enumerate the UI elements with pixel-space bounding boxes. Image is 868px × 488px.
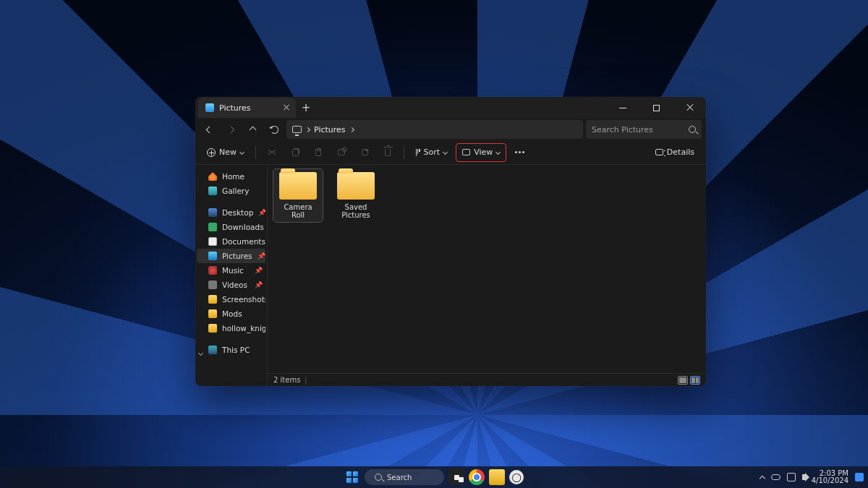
sidebar-item-music[interactable]: Music📌 — [197, 263, 265, 278]
new-tab-button[interactable]: + — [296, 101, 316, 114]
divider — [404, 146, 404, 159]
this-pc-icon — [208, 346, 217, 354]
back-button[interactable] — [200, 120, 218, 139]
close-icon — [686, 104, 693, 111]
window-tab-pictures[interactable]: Pictures — [198, 98, 296, 118]
reload-icon — [271, 126, 278, 134]
pictures-icon — [208, 252, 217, 260]
plus-circle-icon — [207, 148, 216, 157]
pictures-icon — [205, 103, 214, 112]
item-count: 2 items — [273, 376, 300, 384]
folder-grid[interactable]: Camera Roll Saved Pictures — [268, 165, 706, 373]
network-icon[interactable] — [787, 473, 796, 481]
folder-icon — [279, 172, 317, 200]
sidebar-item-gallery[interactable]: Gallery — [197, 184, 265, 198]
view-label: View — [474, 147, 493, 157]
maximize-button[interactable] — [639, 97, 673, 119]
sidebar-item-mods[interactable]: Mods — [197, 307, 265, 321]
copy-button[interactable] — [285, 143, 305, 162]
taskbar[interactable]: Search ◯ 2:03 PM 4/10/2024 — [0, 466, 868, 488]
sidebar-item-pictures[interactable]: Pictures📌 — [197, 249, 265, 263]
chevron-left-icon — [205, 126, 213, 133]
search-icon — [375, 474, 382, 481]
address-segment[interactable]: Pictures — [314, 125, 346, 134]
cut-icon — [268, 148, 276, 156]
sidebar-item-videos[interactable]: Videos📌 — [197, 278, 265, 292]
downloads-icon — [208, 223, 217, 231]
expand-toggle[interactable] — [199, 348, 204, 353]
task-view-button[interactable] — [448, 469, 464, 485]
close-window-button[interactable] — [673, 97, 706, 119]
onedrive-icon[interactable] — [771, 474, 780, 480]
details-label: Details — [667, 147, 694, 157]
navigation-row: Pictures Search Pictures — [195, 119, 706, 140]
details-layout-button[interactable] — [678, 376, 688, 385]
pin-icon: 📌 — [258, 252, 265, 260]
search-box[interactable]: Search Pictures — [586, 120, 702, 139]
address-bar[interactable]: Pictures — [286, 120, 583, 139]
chevron-right-icon — [227, 126, 234, 133]
sort-icon — [416, 149, 420, 156]
rename-button[interactable] — [331, 143, 352, 162]
pin-icon: 📌 — [255, 281, 263, 288]
start-button[interactable] — [344, 469, 360, 485]
folder-icon — [208, 309, 217, 318]
folder-item-saved-pictures[interactable]: Saved Pictures — [331, 169, 380, 222]
pin-icon: 📌 — [258, 209, 265, 216]
sidebar-item-desktop[interactable]: Desktop📌 — [197, 205, 265, 220]
details-pane-button[interactable]: Details — [650, 143, 700, 162]
sidebar-item-label: Videos — [222, 281, 247, 289]
navigation-pane[interactable]: Home Gallery Desktop📌 Downloads📌 Documen… — [195, 165, 268, 386]
desktop-icon — [208, 208, 217, 217]
gallery-icon — [208, 187, 217, 195]
clock-date: 4/10/2024 — [812, 477, 848, 485]
volume-icon[interactable] — [802, 474, 805, 480]
search-placeholder: Search Pictures — [592, 125, 653, 134]
share-button[interactable] — [354, 143, 375, 162]
sidebar-item-screenshots[interactable]: Screenshots — [197, 292, 265, 307]
titlebar[interactable]: Pictures + — [195, 97, 706, 119]
folder-icon — [208, 295, 217, 304]
folder-icon — [337, 172, 375, 200]
taskbar-app-explorer[interactable] — [489, 469, 505, 485]
new-button[interactable]: New — [201, 143, 250, 162]
sort-button[interactable]: Sort — [410, 143, 453, 162]
cut-button[interactable] — [262, 143, 282, 162]
sidebar-item-hollow-knight[interactable]: hollow_knight_Data — [197, 321, 265, 335]
notification-center-icon[interactable] — [855, 473, 864, 481]
sidebar-item-label: Documents — [222, 237, 265, 246]
taskbar-app-generic[interactable]: ◯ — [509, 470, 524, 484]
sidebar-item-this-pc[interactable]: This PC — [197, 343, 265, 357]
more-button[interactable] — [509, 143, 529, 162]
sidebar-thispc-group: This PC — [197, 343, 265, 357]
forward-button[interactable] — [221, 120, 240, 139]
sidebar-item-home[interactable]: Home — [197, 169, 265, 184]
tray-overflow-icon[interactable] — [759, 475, 765, 481]
videos-icon — [208, 281, 217, 289]
sidebar-item-documents[interactable]: Documents📌 — [197, 234, 265, 249]
paste-button[interactable] — [308, 143, 328, 162]
delete-button[interactable] — [378, 143, 398, 162]
trash-icon — [385, 149, 391, 156]
this-pc-icon — [292, 126, 302, 133]
content-pane: Camera Roll Saved Pictures 2 items | — [268, 165, 706, 386]
taskbar-clock[interactable]: 2:03 PM 4/10/2024 — [812, 470, 848, 485]
sidebar-item-downloads[interactable]: Downloads📌 — [197, 220, 265, 234]
refresh-button[interactable] — [265, 120, 284, 139]
taskbar-search[interactable]: Search — [365, 469, 444, 485]
view-button[interactable]: View — [456, 143, 506, 162]
details-pane-icon — [655, 149, 663, 155]
icons-layout-button[interactable] — [690, 376, 700, 385]
close-tab-icon[interactable] — [283, 104, 290, 111]
folder-item-camera-roll[interactable]: Camera Roll — [273, 169, 323, 222]
sidebar-item-label: Mods — [222, 309, 242, 318]
minimize-button[interactable] — [606, 97, 639, 119]
up-button[interactable] — [243, 120, 262, 139]
divider — [255, 146, 256, 159]
tab-title: Pictures — [219, 103, 251, 113]
folder-label: Camera Roll — [276, 203, 320, 219]
sidebar-item-label: Gallery — [222, 187, 249, 195]
taskbar-app-chrome[interactable] — [469, 469, 485, 485]
taskbar-center: Search ◯ — [344, 469, 524, 485]
pin-icon: 📌 — [255, 267, 263, 274]
